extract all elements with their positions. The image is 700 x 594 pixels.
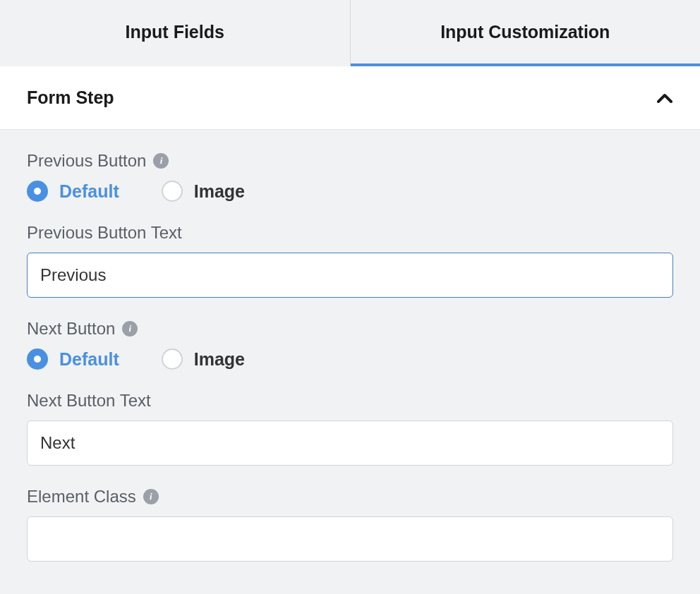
radio-label: Default bbox=[59, 181, 119, 202]
radio-circle bbox=[27, 348, 48, 370]
radio-label: Image bbox=[194, 181, 245, 202]
label-text: Next Button bbox=[27, 319, 115, 339]
radio-circle bbox=[162, 181, 183, 202]
tab-label: Input Fields bbox=[126, 22, 224, 42]
element-class-label: Element Class i bbox=[27, 487, 673, 507]
element-class-input[interactable] bbox=[27, 516, 673, 562]
label-text: Previous Button Text bbox=[27, 223, 182, 243]
info-icon[interactable]: i bbox=[153, 153, 169, 169]
section-title: Form Step bbox=[27, 87, 114, 108]
radio-label: Image bbox=[194, 349, 245, 370]
tab-input-fields[interactable]: Input Fields bbox=[0, 0, 350, 66]
label-text: Next Button Text bbox=[27, 391, 151, 411]
section-header[interactable]: Form Step bbox=[0, 66, 700, 130]
previous-button-text-group: Previous Button Text bbox=[27, 223, 673, 298]
next-button-text-label: Next Button Text bbox=[27, 391, 673, 411]
content-area: Previous Button i Default Image Previous… bbox=[0, 130, 700, 562]
next-button-text-input[interactable] bbox=[27, 420, 673, 466]
radio-label: Default bbox=[59, 349, 119, 370]
radio-circle bbox=[162, 348, 183, 370]
radio-circle bbox=[27, 181, 48, 202]
previous-button-radio-row: Default Image bbox=[27, 181, 673, 202]
tab-label: Input Customization bbox=[440, 22, 610, 42]
label-text: Element Class bbox=[27, 487, 136, 507]
next-button-label: Next Button i bbox=[27, 319, 673, 339]
previous-button-group: Previous Button i Default Image bbox=[27, 151, 673, 202]
next-button-default-option[interactable]: Default bbox=[27, 348, 119, 370]
previous-button-default-option[interactable]: Default bbox=[27, 181, 119, 202]
next-button-image-option[interactable]: Image bbox=[162, 348, 245, 370]
previous-button-image-option[interactable]: Image bbox=[162, 181, 245, 202]
info-icon[interactable]: i bbox=[122, 321, 138, 337]
tab-input-customization[interactable]: Input Customization bbox=[351, 0, 701, 66]
info-icon[interactable]: i bbox=[143, 489, 159, 504]
previous-button-text-label: Previous Button Text bbox=[27, 223, 673, 243]
next-button-radio-row: Default Image bbox=[27, 348, 673, 370]
radio-dot bbox=[34, 356, 41, 363]
element-class-group: Element Class i bbox=[27, 487, 673, 562]
chevron-up-icon bbox=[656, 90, 673, 107]
next-button-group: Next Button i Default Image bbox=[27, 319, 673, 370]
tabs-bar: Input Fields Input Customization bbox=[0, 0, 700, 66]
previous-button-text-input[interactable] bbox=[27, 253, 673, 298]
radio-dot bbox=[34, 188, 41, 195]
label-text: Previous Button bbox=[27, 151, 146, 171]
next-button-text-group: Next Button Text bbox=[27, 391, 673, 466]
previous-button-label: Previous Button i bbox=[27, 151, 673, 171]
